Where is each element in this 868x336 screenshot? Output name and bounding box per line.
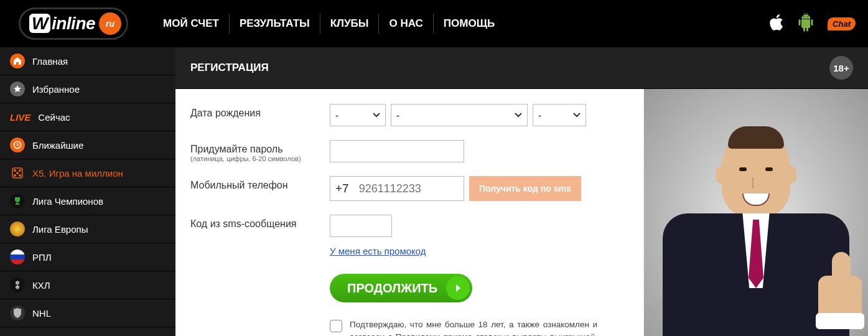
get-sms-button[interactable]: Получить код по sms [469,176,581,201]
sidebar-item-label: NHL [32,308,51,319]
sidebar-item-champ-league[interactable]: Лига Чемпионов [0,187,175,215]
dice-icon [10,166,25,180]
promo-person-image [644,89,868,336]
sidebar-item-label: X5. Игра на миллион [32,168,123,179]
logo[interactable]: Winline ru [19,9,128,38]
terms-text: Подтверждаю, что мне больше 18 лет, а та… [350,319,597,336]
nhl-icon [10,306,25,320]
dob-label: Дата рождения [190,104,330,119]
rules-link-1[interactable]: Правилами приема ставок и выплаты выигры… [396,332,595,336]
sidebar-item-label: Лига Чемпионов [32,196,103,207]
dob-day-select[interactable]: - [330,104,386,126]
sidebar-item-label: Лига Европы [32,224,88,235]
sidebar: Главная Избранное LIVE Сейчас Ближайшие … [0,47,175,336]
arrow-right-icon [446,276,470,300]
sidebar-item-label: Избранное [32,84,80,95]
sidebar-item-nhl[interactable]: NHL [0,299,175,327]
nav-about[interactable]: О НАС [379,14,433,34]
sidebar-item-live[interactable]: LIVE Сейчас [0,103,175,131]
terms-checkbox[interactable] [330,320,342,332]
apple-icon[interactable] [769,14,784,34]
sidebar-item-khl[interactable]: КХЛ [0,271,175,299]
logo-ru-badge: ru [99,12,121,35]
flag-ru-icon [10,250,25,264]
svg-point-3 [19,170,21,171]
continue-button[interactable]: ПРОДОЛЖИТЬ [330,274,472,302]
android-icon[interactable] [798,13,814,34]
europa-icon [10,222,25,236]
sidebar-item-label: РПЛ [32,252,52,263]
dob-month-select[interactable]: - [391,104,528,126]
khl-icon [10,278,25,292]
clock-icon [10,138,25,152]
svg-point-2 [14,170,16,171]
home-icon [10,54,25,68]
trophy-icon [10,194,25,208]
sms-code-input[interactable] [330,215,392,237]
nav-results[interactable]: РЕЗУЛЬТАТЫ [230,14,320,34]
live-icon: LIVE [10,112,30,123]
dob-year-select[interactable]: - [533,104,586,126]
sidebar-item-home[interactable]: Главная [0,47,175,75]
page-title: РЕГИСТРАЦИЯ [190,62,269,74]
sidebar-item-label: Главная [32,56,68,67]
password-label: Придумайте пароль (латиница, цифры, 6-20… [190,140,330,162]
sidebar-item-rpl[interactable]: РПЛ [0,243,175,271]
phone-prefix: +7 [335,182,349,195]
password-input[interactable] [330,140,464,162]
svg-point-4 [17,172,18,174]
sms-code-label: Код из sms-сообщения [190,215,330,230]
sidebar-item-upcoming[interactable]: Ближайшие [0,131,175,159]
svg-point-5 [14,175,16,176]
nav-clubs[interactable]: КЛУБЫ [320,14,380,34]
star-icon [10,82,25,96]
password-hint: (латиница, цифры, 6-20 символов) [190,155,330,162]
age-badge: 18+ [829,56,853,80]
svg-point-6 [19,175,21,176]
phone-input[interactable] [353,178,446,199]
promo-link[interactable]: У меня есть промокод [330,246,426,256]
sidebar-item-europa-league[interactable]: Лига Европы [0,215,175,243]
sidebar-item-label: КХЛ [32,280,50,291]
chat-icon[interactable]: Chat [828,17,856,30]
sidebar-item-x5[interactable]: X5. Игра на миллион [0,159,175,187]
nav-account[interactable]: МОЙ СЧЕТ [153,14,230,34]
phone-label: Мобильный телефон [190,176,330,191]
sidebar-item-favorites[interactable]: Избранное [0,75,175,103]
sidebar-item-label: Ближайшие [32,140,83,151]
main-nav: МОЙ СЧЕТ РЕЗУЛЬТАТЫ КЛУБЫ О НАС ПОМОЩЬ [153,14,505,34]
nav-help[interactable]: ПОМОЩЬ [434,14,505,34]
sidebar-item-label: Сейчас [38,112,70,123]
